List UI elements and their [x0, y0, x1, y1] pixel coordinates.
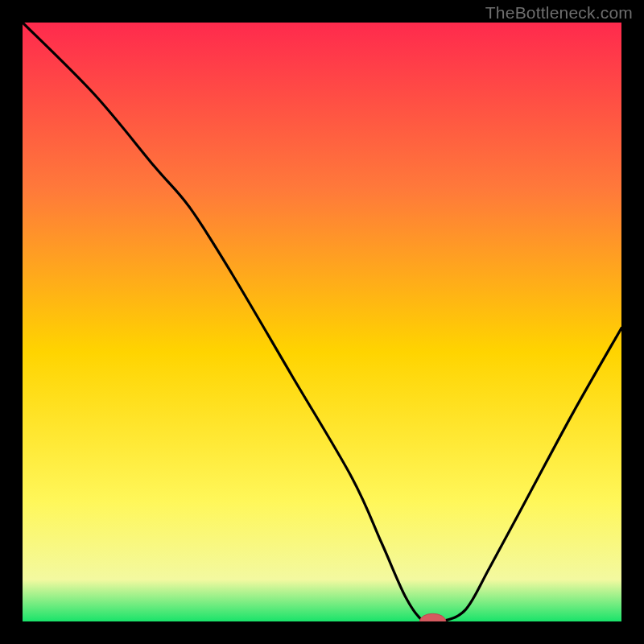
gradient-background — [23, 23, 621, 621]
bottleneck-chart — [23, 23, 621, 621]
chart-frame: TheBottleneck.com — [0, 0, 644, 644]
plot-area — [23, 23, 621, 621]
watermark-label: TheBottleneck.com — [485, 3, 633, 23]
